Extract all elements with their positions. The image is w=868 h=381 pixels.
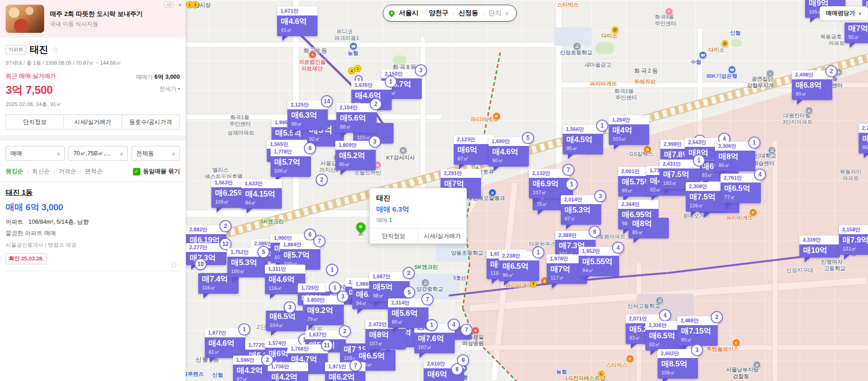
listing-dong[interactable]: 태진 1동 xyxy=(6,188,180,197)
marker-tail xyxy=(584,276,590,281)
sort-ranking[interactable]: 랭킹순 xyxy=(6,168,23,175)
price-marker[interactable]: 매8억85㎡ xyxy=(628,218,669,238)
price-marker[interactable]: 1,809만매5.2억95㎡3 xyxy=(335,141,376,170)
price-marker[interactable]: 1,671만매4.6억91㎡ xyxy=(277,7,318,36)
region-city[interactable]: 서울시 xyxy=(399,9,418,17)
cluster-badge[interactable]: 5 xyxy=(257,246,270,258)
price-marker[interactable]: 2,752만매7억96㎡ xyxy=(859,124,868,153)
listing-item[interactable]: 태진 1동 매매 6억 3,000 아파트 · 106/84m², 5/14층,… xyxy=(0,182,186,271)
marker-tail xyxy=(691,211,697,216)
price-marker[interactable]: 매6.5억104㎡ xyxy=(266,311,306,331)
region-complex[interactable]: 단지 xyxy=(488,9,502,17)
price-mode-dropdown[interactable]: 매매평당가 ∨ xyxy=(820,6,868,21)
marker-count-badge: 14 xyxy=(321,95,333,107)
price-marker[interactable]: 1,877만매4.6억81㎡1 xyxy=(205,328,245,358)
tab-unit-public-price[interactable]: 동호수/공시가격 xyxy=(122,114,180,130)
naver-real-estate-app: 양시장화곡1동유디코파크리움1농협의료법인필의료재단화곡8동화곡1동주민센터성재… xyxy=(0,0,868,381)
price-marker[interactable]: 2,498만매6.8억90㎡2 xyxy=(792,70,832,100)
price-marker[interactable]: 1,633만매4.15억84㎡ xyxy=(241,179,282,209)
region-breadcrumb[interactable]: 서울시 › 양천구 › 신정동 › 단지 ∨ xyxy=(383,5,517,22)
checkbox-checked-icon[interactable]: ✓ xyxy=(133,168,140,175)
price-marker[interactable]: 2,602만매8.5억108㎡3 xyxy=(658,349,698,379)
region-gu[interactable]: 양천구 xyxy=(429,9,449,17)
region-dong[interactable]: 신정동 xyxy=(458,9,478,17)
price-marker[interactable]: 매7억92㎡ xyxy=(845,23,868,43)
marker-tail xyxy=(566,224,572,229)
ad-close-icon[interactable]: × xyxy=(178,1,182,8)
map-poi-label: SK엔크린 xyxy=(260,218,284,225)
bank-poi-icon: ₩ xyxy=(699,51,707,59)
price-marker[interactable]: 3,850만매9.2억79㎡3 xyxy=(303,296,344,325)
price-marker[interactable]: 3,306만매8억80㎡1 xyxy=(715,142,755,171)
complex-tooltip: 태진 매매 6.3억 매매1 단지정보 시세/실거래가 xyxy=(369,188,467,244)
ad-banner[interactable]: 매주 2회 따뜻한 도시락 보내주기 국내 아동 식사지원 AD × xyxy=(0,0,186,38)
price-marker[interactable]: 1,566만매4.5억95㎡1 xyxy=(563,125,603,154)
selected-complex-pin[interactable] xyxy=(355,222,367,235)
tooltip-price-history-button[interactable]: 시세/실거래가 xyxy=(418,229,467,244)
marker-unit-price: 3,339만 xyxy=(799,236,840,244)
tooltip-complex-info-button[interactable]: 단지정보 xyxy=(370,229,418,244)
group-duplicates-toggle[interactable]: ✓ 동일매물 묶기 xyxy=(133,168,180,175)
cluster-badge[interactable]: 2 xyxy=(316,174,328,186)
gray-poi-icon: K xyxy=(399,146,407,154)
sort-area[interactable]: 면적순 xyxy=(85,168,103,175)
price-marker[interactable]: 2,104만매5.6억88㎡2 xyxy=(336,103,377,133)
cluster-badge[interactable]: 3 xyxy=(284,301,296,313)
cluster-badge[interactable]: 1 xyxy=(426,319,438,331)
tab-complex-info[interactable]: 단지정보 xyxy=(6,114,64,130)
favorite-star-icon[interactable]: ☆ xyxy=(52,45,59,54)
marker-tail xyxy=(665,189,671,194)
marker-price: 매6.8억 xyxy=(796,81,829,90)
cluster-badge[interactable]: 10 xyxy=(194,258,207,270)
marker-area: 98㎡ xyxy=(291,121,324,128)
price-marker[interactable]: 2,791만매6.5억77㎡4 xyxy=(721,174,761,203)
marker-area: 81㎡ xyxy=(209,349,241,356)
marker-tail xyxy=(309,325,315,330)
trade-type-dropdown[interactable]: 매매∨ xyxy=(6,146,65,161)
price-marker[interactable]: 1,736만매4.2억88㎡ xyxy=(268,362,308,381)
area-filter-dropdown[interactable]: 70㎡,75B㎡,…∨ xyxy=(69,146,128,161)
marker-area: 87㎡ xyxy=(237,376,270,381)
price-marker[interactable]: 1,952만매5.55억94㎡4 xyxy=(579,247,619,276)
price-marker[interactable]: 2,132만매6.9억107㎡7 xyxy=(529,169,569,198)
cluster-badge[interactable]: 1 xyxy=(326,264,338,276)
dong-filter-dropdown[interactable]: 전체동∨ xyxy=(132,146,180,161)
map-poi-label: 화곡2동 xyxy=(634,67,659,75)
cluster-badge[interactable]: 6 xyxy=(451,363,463,375)
price-marker[interactable]: 2,488만매7.15억95㎡2 xyxy=(677,316,718,346)
cluster-badge[interactable]: 5 xyxy=(403,286,415,298)
marker-area: 103㎡ xyxy=(612,136,645,143)
recent-trade-label: 최근 매매 실거래가 xyxy=(6,72,62,80)
price-marker[interactable]: 2,125만매6.3억98㎡14 xyxy=(287,100,328,130)
price-marker[interactable]: 2,014만매5.3억87㎡3 xyxy=(561,195,601,225)
marker-count-badge: 2 xyxy=(711,311,723,323)
price-marker[interactable]: 1,778만매5.7억106㎡6 xyxy=(271,147,311,177)
price-marker[interactable]: 1,687만매5억98㎡2 xyxy=(369,272,410,302)
price-marker[interactable]: 2,238만매6.5억96㎡1 xyxy=(499,251,539,281)
cluster-badge[interactable]: 7 xyxy=(349,359,362,372)
marker-unit-price: 1,671만 xyxy=(277,7,318,15)
tab-price-history[interactable]: 시세/실거래가 xyxy=(63,114,122,130)
yellow-poi-icon: D xyxy=(721,39,729,47)
listing-star-icon[interactable]: ☆ xyxy=(170,259,178,270)
sort-price[interactable]: 가격순 xyxy=(59,168,77,175)
price-marker[interactable]: 1,690만매4.6억90㎡5 xyxy=(488,137,529,167)
marker-area: 80㎡ xyxy=(719,162,752,169)
price-marker[interactable]: 3,339만매10억 xyxy=(799,236,840,258)
pin-dot xyxy=(359,225,362,228)
map-pin-icon xyxy=(388,9,396,17)
marker-price: 매6.2억 xyxy=(329,373,362,381)
cluster-badge[interactable]: 2 xyxy=(261,354,273,366)
price-marker[interactable]: 2,314만매5.6억80㎡7 xyxy=(388,298,428,328)
marker-price: 매4.2억 xyxy=(271,373,304,381)
cluster-badge[interactable]: 1 xyxy=(329,282,341,294)
marker-tail xyxy=(282,36,288,41)
cluster-badge[interactable]: 7 xyxy=(460,324,473,336)
price-marker[interactable]: 2,158만매7.9억121㎡ xyxy=(839,225,868,255)
gray-poi-icon: ☺ xyxy=(766,69,774,77)
marker-tail xyxy=(419,353,426,358)
price-marker[interactable]: 1,284만매4억103㎡ xyxy=(609,115,649,145)
marker-price: 매4.15억 xyxy=(245,190,278,199)
sort-newest[interactable]: 최신순 xyxy=(32,168,50,175)
cluster-badge[interactable]: 1 xyxy=(566,178,578,190)
